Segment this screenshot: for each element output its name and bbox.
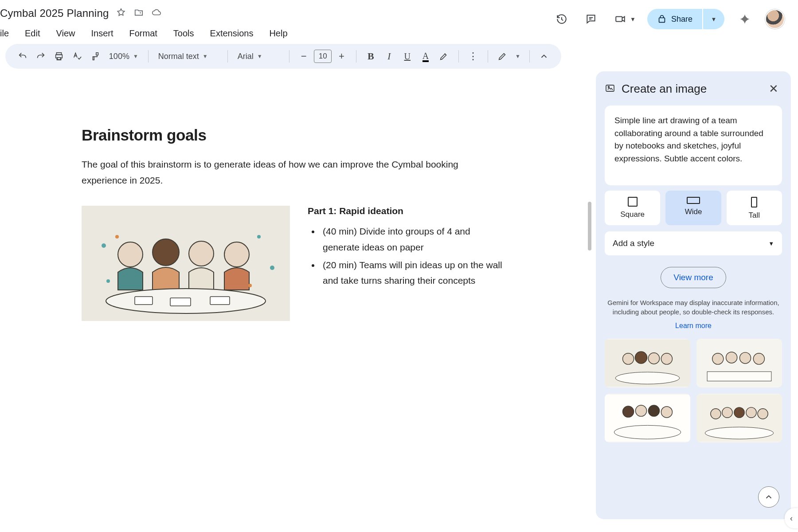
chevron-down-icon: ▼: [768, 240, 774, 247]
generated-image-3[interactable]: [605, 394, 690, 442]
svg-point-22: [623, 353, 634, 364]
menu-view[interactable]: View: [56, 28, 75, 39]
separator: [458, 50, 459, 63]
chevron-down-icon: ▼: [711, 16, 717, 23]
font-select[interactable]: Arial ▼: [234, 52, 283, 61]
meet-icon[interactable]: [611, 10, 629, 28]
list-item[interactable]: (20 min) Teams will pin ideas up on the …: [320, 257, 503, 289]
page-heading[interactable]: Brainstorm goals: [82, 126, 503, 144]
share-dropdown[interactable]: ▼: [703, 9, 724, 29]
text-color-button[interactable]: A: [417, 47, 434, 65]
svg-rect-11: [170, 298, 191, 306]
generated-image-1[interactable]: [605, 339, 690, 387]
bold-button[interactable]: B: [363, 47, 379, 65]
svg-point-8: [224, 242, 249, 267]
intro-paragraph[interactable]: The goal of this brainstorm is to genera…: [82, 156, 503, 188]
svg-point-28: [712, 353, 724, 364]
move-icon[interactable]: [134, 8, 144, 19]
comments-icon[interactable]: [582, 10, 600, 28]
menu-help[interactable]: Help: [269, 28, 287, 39]
image-panel-icon: [605, 83, 615, 95]
undo-button[interactable]: [14, 47, 31, 65]
chevron-down-icon[interactable]: ▼: [512, 53, 523, 59]
separator: [488, 50, 488, 63]
font-size-input[interactable]: 10: [314, 50, 332, 63]
svg-point-44: [758, 409, 768, 419]
document-title[interactable]: Cymbal 2025 Planning: [0, 7, 109, 20]
svg-point-31: [753, 353, 764, 364]
collapse-toolbar-button[interactable]: [536, 47, 552, 65]
svg-point-42: [734, 407, 744, 418]
document-canvas[interactable]: Brainstorm goals The goal of this brains…: [0, 69, 593, 526]
aspect-wide[interactable]: Wide: [665, 191, 721, 225]
scrollbar-thumb[interactable]: [588, 202, 591, 250]
section-title[interactable]: Part 1: Rapid ideation: [308, 206, 503, 216]
redo-button[interactable]: [32, 47, 49, 65]
svg-rect-1: [659, 18, 665, 22]
bullet-list[interactable]: (40 min) Divide into groups of 4 and gen…: [308, 223, 503, 289]
paragraph-style-select[interactable]: Normal text ▼: [155, 52, 221, 61]
highlight-button[interactable]: [436, 47, 452, 65]
star-icon[interactable]: [116, 8, 126, 19]
svg-point-26: [615, 372, 680, 384]
gemini-icon[interactable]: [736, 10, 754, 28]
svg-point-45: [705, 427, 773, 439]
zoom-select[interactable]: 100% ▼: [106, 52, 142, 61]
prompt-input[interactable]: Simple line art drawing of a team collab…: [605, 106, 782, 185]
svg-point-6: [153, 239, 179, 266]
svg-rect-3: [57, 58, 60, 60]
paint-format-button[interactable]: [87, 47, 104, 65]
underline-button[interactable]: U: [399, 47, 415, 65]
avatar[interactable]: [765, 9, 785, 29]
svg-point-34: [623, 406, 634, 417]
svg-point-20: [608, 86, 610, 87]
cloud-saved-icon[interactable]: [152, 8, 161, 19]
aspect-label: Tall: [749, 211, 760, 220]
menu-tools[interactable]: Tools: [173, 28, 194, 39]
svg-point-40: [711, 409, 721, 419]
menu-insert[interactable]: Insert: [91, 28, 113, 39]
svg-rect-10: [135, 297, 153, 305]
menu-format[interactable]: Format: [129, 28, 157, 39]
font-size-increase[interactable]: +: [333, 47, 350, 65]
italic-button[interactable]: I: [381, 47, 397, 65]
wide-icon: [687, 197, 700, 204]
svg-point-14: [257, 235, 261, 239]
style-select[interactable]: Add a style ▼: [605, 231, 782, 255]
aspect-square[interactable]: Square: [605, 191, 660, 225]
svg-point-16: [106, 279, 110, 283]
svg-point-35: [635, 405, 646, 416]
menu-extensions[interactable]: Extensions: [210, 28, 254, 39]
more-formatting-button[interactable]: ⋮: [465, 47, 481, 65]
inserted-image[interactable]: [82, 206, 290, 321]
generated-image-4[interactable]: [696, 394, 782, 442]
svg-rect-12: [210, 297, 230, 305]
separator: [529, 50, 530, 63]
close-icon[interactable]: ✕: [765, 80, 782, 98]
share-button[interactable]: Share: [647, 9, 702, 29]
svg-point-7: [189, 241, 214, 266]
chevron-down-icon: ▼: [203, 53, 208, 59]
tall-icon: [751, 197, 757, 207]
aspect-tall[interactable]: Tall: [727, 191, 782, 225]
scroll-up-button[interactable]: [758, 486, 779, 508]
side-panel-collapse[interactable]: ‹: [785, 508, 798, 528]
editing-mode-button[interactable]: [494, 47, 511, 65]
print-button[interactable]: [51, 47, 67, 65]
view-more-button[interactable]: View more: [661, 267, 726, 288]
font-size-decrease[interactable]: −: [296, 47, 312, 65]
chevron-down-icon: ▼: [257, 53, 262, 59]
toolbar: 100% ▼ Normal text ▼ Arial ▼ − 10 + B I …: [5, 44, 561, 69]
generated-image-2[interactable]: [696, 339, 782, 387]
disclaimer-text: Gemini for Workspace may display inaccur…: [605, 298, 782, 317]
meet-dropdown-icon[interactable]: ▼: [630, 16, 636, 23]
learn-more-link[interactable]: Learn more: [605, 322, 782, 330]
list-item[interactable]: (40 min) Divide into groups of 4 and gen…: [320, 223, 503, 255]
svg-point-41: [722, 407, 732, 418]
svg-point-37: [661, 407, 672, 418]
menu-edit[interactable]: Edit: [25, 28, 40, 39]
history-icon[interactable]: [553, 10, 571, 28]
spellcheck-button[interactable]: [69, 47, 86, 65]
menu-file[interactable]: ile: [0, 28, 9, 39]
svg-rect-0: [616, 17, 622, 22]
